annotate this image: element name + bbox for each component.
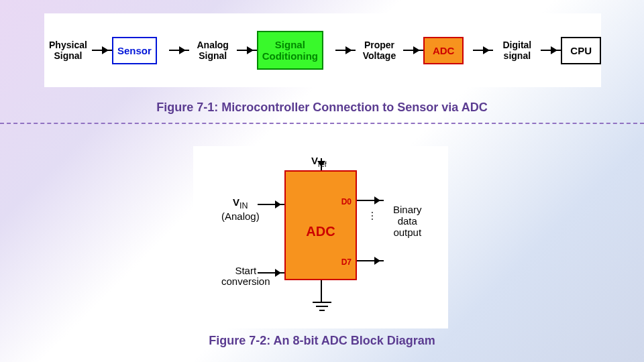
pin-d7: D7 <box>341 257 352 267</box>
arrow-icon <box>335 50 356 51</box>
arrow-icon <box>237 50 257 51</box>
label-analog-signal: AnalogSignal <box>189 40 237 61</box>
arrow-icon <box>473 50 493 51</box>
label-start-conversion: Startconversion <box>221 265 270 287</box>
block-signal-conditioning: SignalCoditioning <box>257 31 323 70</box>
signal-chain-diagram: PhysicalSignal Sensor AnalogSignal Signa… <box>44 13 601 87</box>
arrow-icon <box>403 50 423 51</box>
label-proper-voltage: ProperVoltage <box>356 40 403 61</box>
ground-icon <box>319 310 325 311</box>
adc-core-label: ADC <box>306 224 335 239</box>
ground-icon <box>316 306 328 307</box>
arrow-icon <box>541 50 561 51</box>
label-digital-signal: Digitalsignal <box>493 40 541 61</box>
arrow-right-icon <box>258 204 284 205</box>
figure-1-caption: Figure 7‑1: Microcontroller Connection t… <box>0 101 644 115</box>
adc-block-diagram: Vref VIN(Analog) Startconversion ADC D0 … <box>193 146 448 328</box>
pin-d0: D0 <box>341 197 352 206</box>
section-divider <box>0 123 644 124</box>
ellipsis-icon: … <box>369 210 381 221</box>
arrow-down-icon <box>321 158 322 170</box>
label-physical-signal: PhysicalSignal <box>44 40 92 61</box>
figure-2-caption: Figure 7‑2: An 8‑bit ADC Block Diagram <box>0 334 644 348</box>
label-vin: VIN(Analog) <box>221 197 260 222</box>
ground-icon <box>313 302 331 303</box>
block-sensor: Sensor <box>112 37 157 64</box>
arrow-right-icon <box>357 260 384 261</box>
arrow-icon <box>92 50 112 51</box>
arrow-right-icon <box>258 272 284 274</box>
label-binary-output: Binarydataoutput <box>393 204 422 238</box>
ground-stem <box>321 280 322 303</box>
arrow-icon <box>169 50 189 51</box>
block-cpu: CPU <box>561 37 601 64</box>
block-adc: ADC <box>423 37 464 64</box>
arrow-right-icon <box>357 200 384 201</box>
block-adc-core: ADC D0 D7 <box>284 170 357 280</box>
